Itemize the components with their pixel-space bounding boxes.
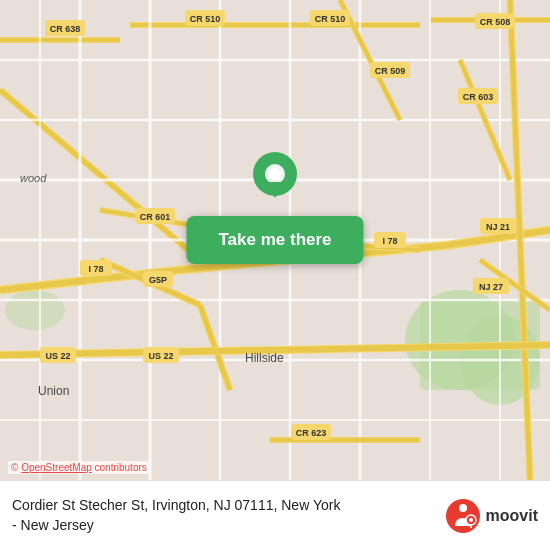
svg-point-91 <box>269 168 281 180</box>
svg-text:Hillside: Hillside <box>245 351 284 365</box>
svg-text:I 78: I 78 <box>382 236 397 246</box>
address-line2: - New Jersey <box>12 517 94 533</box>
svg-text:G5P: G5P <box>149 275 167 285</box>
svg-text:CR 623: CR 623 <box>296 428 327 438</box>
osm-copyright-symbol: © <box>11 462 18 473</box>
svg-text:NJ 21: NJ 21 <box>486 222 510 232</box>
svg-text:Union: Union <box>38 384 69 398</box>
svg-text:CR 603: CR 603 <box>463 92 494 102</box>
moovit-logo[interactable]: moovit <box>445 498 538 534</box>
bottom-bar: Cordier St Stecher St, Irvington, NJ 071… <box>0 480 550 550</box>
svg-text:CR 510: CR 510 <box>315 14 346 24</box>
map-container: CR 638 CR 510 CR 510 CR 508 CR 509 CR 60… <box>0 0 550 480</box>
svg-text:US 22: US 22 <box>148 351 173 361</box>
address-line1: Cordier St Stecher St, Irvington, NJ 071… <box>12 497 340 513</box>
location-pin <box>251 150 299 212</box>
svg-text:CR 508: CR 508 <box>480 17 511 27</box>
take-me-there-button[interactable]: Take me there <box>186 216 363 264</box>
osm-attribution: © OpenStreetMap contributors <box>8 461 150 474</box>
svg-text:I 78: I 78 <box>88 264 103 274</box>
svg-text:CR 510: CR 510 <box>190 14 221 24</box>
svg-point-4 <box>5 290 65 330</box>
address-text: Cordier St Stecher St, Irvington, NJ 071… <box>12 496 435 535</box>
svg-text:CR 638: CR 638 <box>50 24 81 34</box>
svg-text:CR 509: CR 509 <box>375 66 406 76</box>
svg-text:wood: wood <box>20 172 47 184</box>
svg-text:NJ 27: NJ 27 <box>479 282 503 292</box>
svg-point-94 <box>459 504 467 512</box>
moovit-text: moovit <box>486 507 538 525</box>
svg-point-96 <box>469 518 473 522</box>
osm-suffix: contributors <box>95 462 147 473</box>
moovit-icon <box>445 498 481 534</box>
svg-text:CR 601: CR 601 <box>140 212 171 222</box>
svg-text:US 22: US 22 <box>45 351 70 361</box>
osm-link[interactable]: OpenStreetMap <box>21 462 92 473</box>
